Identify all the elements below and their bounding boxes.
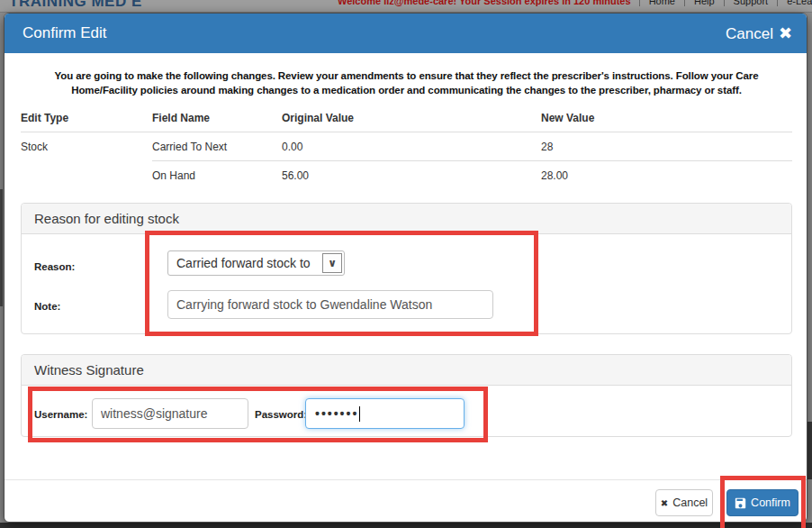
top-nav: Welcome liz@mede-care! Your Session expi… — [338, 0, 812, 6]
dialog-header: Confirm Edit Cancel✖ — [5, 14, 807, 53]
reason-section: Reason for editing stock Reason: Carried… — [21, 203, 792, 334]
app-logo: TRAINING MED E — [9, 0, 142, 11]
save-icon — [735, 497, 746, 509]
dimmed-page-left-edge — [0, 189, 3, 306]
col-header-edit-type: Edit Type — [21, 112, 152, 132]
nav-item-elearning[interactable]: e-Learning — [777, 0, 812, 6]
dialog-title: Confirm Edit — [23, 24, 107, 42]
dimmed-page-right-edge — [807, 422, 812, 479]
chevron-down-icon[interactable]: ∨ — [322, 253, 342, 273]
reason-label: Reason: — [34, 261, 75, 272]
close-icon[interactable]: ✖ — [779, 24, 792, 42]
password-label: Password: — [255, 409, 307, 420]
witness-signature-section: Witness Signature Username: Password: ••… — [21, 354, 792, 437]
x-icon: ✖ — [661, 498, 668, 508]
cell-original-value: 56.00 — [282, 169, 541, 182]
col-header-new-value: New Value — [541, 112, 792, 132]
header-cancel-label: Cancel — [726, 25, 773, 42]
note-label: Note: — [34, 301, 60, 312]
table-header-row: Edit Type Field Name Original Value New … — [21, 107, 792, 132]
table-row: On Hand 56.00 28.00 — [21, 161, 792, 190]
cell-field-name: Carried To Next — [152, 132, 282, 161]
cell-original-value: 0.00 — [282, 132, 541, 161]
confirm-button-label: Confirm — [751, 496, 790, 509]
col-header-original-value: Original Value — [282, 112, 541, 132]
username-label: Username: — [34, 409, 87, 420]
reason-select-value: Carried forward stock to — [168, 256, 322, 270]
password-field[interactable]: ••••••• — [305, 398, 465, 429]
warning-text: You are going to make the following chan… — [28, 69, 785, 97]
password-masked-value: ••••••• — [315, 406, 358, 421]
dialog-footer: ✖ Cancel Confirm — [5, 479, 807, 523]
nav-item-support[interactable]: Support — [724, 0, 778, 6]
cancel-button-label: Cancel — [672, 496, 708, 509]
text-cursor — [359, 406, 360, 422]
dimmed-page-header: TRAINING MED E Welcome liz@mede-care! Yo… — [0, 0, 812, 13]
cell-new-value: 28 — [541, 132, 792, 161]
cancel-button[interactable]: ✖ Cancel — [655, 489, 713, 516]
cell-new-value: 28.00 — [541, 169, 792, 182]
col-header-field-name: Field Name — [152, 112, 282, 132]
witness-section-title: Witness Signature — [22, 355, 791, 386]
note-input[interactable] — [167, 290, 493, 319]
header-cancel-link[interactable]: Cancel✖ — [726, 23, 792, 43]
cell-edit-type: Stock — [21, 141, 152, 153]
nav-item-help[interactable]: Help — [684, 0, 724, 6]
username-field[interactable] — [92, 398, 248, 429]
confirm-button[interactable]: Confirm — [726, 489, 798, 516]
confirm-edit-dialog: Confirm Edit Cancel✖ You are going to ma… — [4, 13, 807, 523]
changes-table: Edit Type Field Name Original Value New … — [21, 107, 792, 190]
nav-item-home[interactable]: Home — [639, 0, 684, 6]
reason-section-title: Reason for editing stock — [22, 204, 791, 234]
table-row: Stock Carried To Next 0.00 28 — [21, 132, 792, 161]
session-expiry-message: Welcome liz@mede-care! Your Session expi… — [338, 0, 631, 6]
reason-select[interactable]: Carried forward stock to ∨ — [167, 250, 345, 276]
cell-field-name: On Hand — [152, 169, 282, 182]
